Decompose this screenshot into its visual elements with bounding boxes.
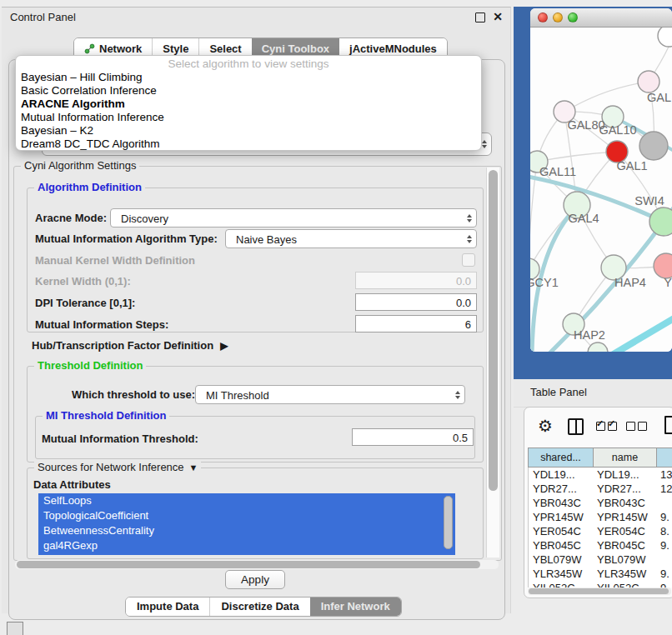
attribute-item[interactable]: gal4RGexp [38, 538, 455, 553]
hub-definition-label: Hub/Transcription Factor Definition [32, 339, 213, 352]
expand-arrow-icon: ▼ [189, 462, 198, 472]
algorithm-option[interactable]: Mutual Information Inference [16, 111, 481, 124]
column-header-name[interactable]: name [593, 448, 656, 467]
settings-vertical-scrollbar[interactable] [486, 168, 499, 558]
mi-threshold-field[interactable]: 0.5 [352, 428, 474, 446]
manual-kernel-checkbox[interactable] [462, 253, 475, 267]
network-window-titlebar[interactable] [530, 8, 672, 28]
tab-label: Style [163, 42, 188, 55]
panel-corner-button[interactable] [7, 622, 23, 635]
float-window-icon[interactable] [475, 12, 485, 22]
popup-placeholder: Select algorithm to view settings [16, 58, 481, 71]
mi-threshold-title: MI Threshold Definition [43, 409, 169, 422]
control-panel-window: Control Panel ✕ Network Style Select Cyn… [2, 7, 511, 613]
mi-type-label: Mutual Information Algorithm Type: [35, 232, 218, 245]
hide-column-unchecked-icon[interactable] [638, 422, 647, 431]
node-gal-cut[interactable] [638, 71, 659, 92]
scrollbar-thumb[interactable] [17, 561, 480, 568]
table-row[interactable]: YBR043CYBR043C [529, 496, 672, 510]
kernel-width-field[interactable]: 0.0 [355, 272, 477, 289]
network-view-window: GAL GAL80 GAL10 GAL1 GAL11 SWI4 GAL4 GCY… [530, 8, 672, 352]
node-label: GAL1 [616, 159, 647, 172]
table-row[interactable]: YBR045CYBR045C9. [529, 538, 672, 552]
mi-type-value: Naive Bayes [236, 233, 297, 246]
network-nodes [530, 28, 672, 352]
node-label: HAP2 [574, 328, 605, 342]
algorithm-definition-title: Algorithm Definition [34, 181, 145, 193]
node[interactable] [658, 28, 672, 47]
node-label: GCY1 [530, 276, 559, 289]
aracne-mode-combo[interactable]: Discovery [110, 208, 477, 228]
dpi-tolerance-label: DPI Tolerance [0,1]: [35, 297, 135, 309]
algorithm-option-selected[interactable]: ARACNE Algorithm [16, 98, 481, 111]
network-graph: GAL GAL80 GAL10 GAL1 GAL11 SWI4 GAL4 GCY… [530, 28, 672, 352]
apply-button[interactable]: Apply [225, 570, 285, 589]
table-row[interactable]: YLR345WYLR345W9. [529, 567, 672, 581]
tab-discretize-data[interactable]: Discretize Data [209, 598, 309, 616]
node-label: Y [664, 276, 672, 289]
tab-label: Cyni Toolbox [262, 42, 329, 55]
document-icon[interactable] [664, 416, 672, 434]
table-row[interactable]: YDL19...YDL19...13 [529, 468, 672, 482]
column-header-shared[interactable]: shared... [529, 448, 593, 467]
attribute-item[interactable]: SelfLoops [38, 493, 455, 508]
which-threshold-label: Which threshold to use: [72, 388, 195, 401]
data-attributes-label: Data Attributes [33, 478, 111, 491]
scrollbar-thumb[interactable] [489, 170, 498, 491]
gear-icon[interactable]: ⚙ [538, 418, 553, 434]
algorithm-option[interactable]: Bayesian – K2 [16, 124, 481, 138]
which-threshold-combo[interactable]: MI Threshold [195, 385, 465, 404]
node-swi4[interactable] [649, 208, 672, 236]
close-traffic-light-icon[interactable] [538, 12, 548, 22]
table-row[interactable]: YDR27...YDR27...12 [529, 482, 672, 496]
node-table: shared... name YDL19...YDL19...13 YDR27.… [528, 448, 672, 588]
mi-type-combo[interactable]: Naive Bayes [225, 229, 477, 248]
node-y-cut[interactable] [654, 253, 672, 278]
hide-column-unchecked-icon[interactable] [626, 422, 635, 431]
hub-definition-toggle[interactable]: Hub/Transcription Factor Definition▶ [32, 339, 228, 352]
tab-infer-network[interactable]: Infer Network [310, 598, 401, 616]
table-header-row: shared... name [528, 448, 672, 468]
column-header-cut[interactable] [656, 448, 672, 467]
table-horizontal-scrollbar[interactable] [528, 588, 671, 595]
manual-kernel-label: Manual Kernel Width Definition [35, 254, 195, 267]
combo-spinner-icon [467, 235, 472, 243]
table-row[interactable]: YPR145WYPR145W9. [529, 510, 672, 524]
zoom-traffic-light-icon[interactable] [568, 12, 578, 22]
list-scrollbar-thumb[interactable] [444, 496, 453, 549]
algorithm-option[interactable]: Basic Correlation Inference [16, 84, 481, 98]
show-column-checked-icon[interactable] [596, 422, 605, 431]
minimize-traffic-light-icon[interactable] [553, 12, 563, 22]
application-root: Control Panel ✕ Network Style Select Cyn… [0, 0, 672, 635]
show-column-checked-icon[interactable] [608, 422, 617, 431]
which-threshold-value: MI Threshold [206, 389, 269, 402]
table-panel: ⚙ shared... name YDL19...YDL19...13 YDR2… [524, 407, 672, 598]
kernel-width-label: Kernel Width (0,1): [35, 275, 131, 288]
tab-impute-data[interactable]: Impute Data [126, 598, 209, 616]
table-row[interactable]: YER054CYER054C8. [529, 524, 672, 538]
sources-title: Sources for Network Inference [38, 461, 184, 473]
node-label: GAL10 [599, 123, 636, 137]
settings-horizontal-scrollbar[interactable] [15, 560, 499, 569]
table-panel-header: Table Panel [514, 379, 672, 408]
sources-toggle[interactable]: Sources for Network Inference▼ [34, 461, 201, 473]
group-title: Cyni Algorithm Settings [21, 159, 139, 172]
algorithm-option[interactable]: Dream8 DC_TDC Algorithm [16, 138, 481, 151]
node-gray[interactable] [639, 132, 668, 160]
combo-spinner-icon [482, 140, 487, 148]
table-row[interactable]: YIL052CYIL052C9 [529, 581, 672, 588]
mi-steps-field[interactable]: 6 [355, 315, 477, 332]
scrollbar-thumb[interactable] [529, 588, 669, 594]
columns-icon[interactable] [568, 418, 584, 435]
table-row[interactable]: YBL079WYBL079W [529, 552, 672, 567]
attribute-item[interactable]: BetweennessCentrality [38, 523, 455, 538]
attribute-item[interactable]: TopologicalCoefficient [38, 508, 455, 523]
tab-label: Network [99, 42, 142, 55]
dpi-tolerance-field[interactable]: 0.0 [355, 293, 477, 311]
node[interactable] [588, 342, 608, 352]
aracne-mode-value: Discovery [121, 212, 168, 225]
network-canvas[interactable]: GAL GAL80 GAL10 GAL1 GAL11 SWI4 GAL4 GCY… [530, 28, 672, 352]
algorithm-option[interactable]: Bayesian – Hill Climbing [16, 71, 481, 84]
close-icon[interactable]: ✕ [493, 10, 503, 23]
threshold-definition-title: Threshold Definition [34, 359, 146, 372]
